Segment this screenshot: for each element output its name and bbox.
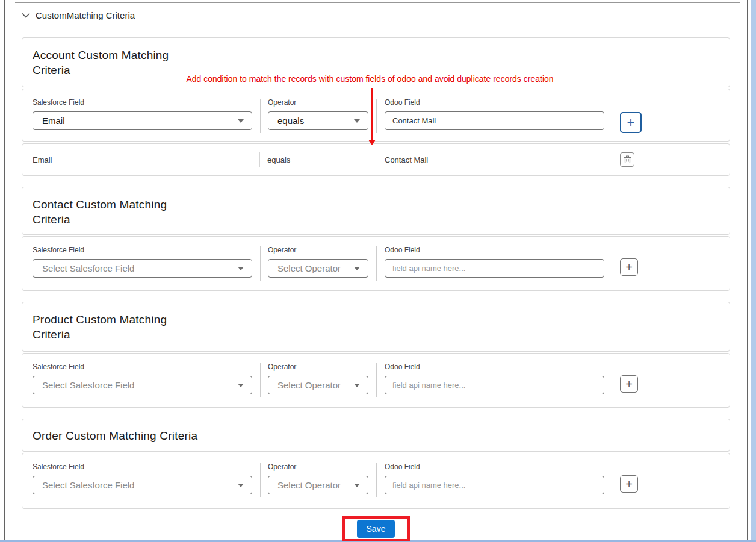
operator-label: Operator [268, 363, 368, 371]
contact-operator-select[interactable]: Select Operator [268, 259, 368, 278]
column-divider [260, 99, 261, 133]
odoo-field-label: Odoo Field [385, 98, 604, 107]
save-area: Save [22, 516, 730, 541]
product-criteria-row: Salesforce Field Select Salesforce Field… [22, 353, 730, 408]
order-matching-section: Order Custom Matching Criteria Salesforc… [22, 419, 730, 509]
product-operator-select[interactable]: Select Operator [268, 376, 368, 394]
salesforce-field-label: Salesforce Field [33, 98, 252, 107]
page-left-border [4, 0, 5, 542]
contact-odoo-field-input[interactable] [385, 259, 604, 278]
section-header-title: CustomMatching Criteria [36, 10, 135, 20]
column-divider [376, 363, 377, 397]
account-matching-section: Account Custom Matching Criteria Add con… [22, 37, 730, 176]
operator-label: Operator [268, 98, 368, 107]
account-odoo-field-input[interactable] [385, 111, 604, 130]
product-salesforce-field-select[interactable]: Select Salesforce Field [33, 376, 252, 394]
column-divider [376, 246, 377, 281]
column-divider [260, 246, 261, 281]
chevron-down-icon [22, 13, 30, 18]
salesforce-field-label: Salesforce Field [33, 463, 252, 471]
operator-label: Operator [268, 246, 368, 254]
page-right-border [747, 0, 748, 542]
product-add-criteria-button[interactable]: + [620, 375, 638, 393]
odoo-field-label: Odoo Field [385, 246, 604, 254]
custom-matching-section-toggle[interactable]: CustomMatching Criteria [22, 9, 730, 21]
chevron-down-icon [354, 267, 360, 270]
account-salesforce-field-select[interactable]: Email [33, 111, 252, 130]
product-odoo-field-input[interactable] [385, 376, 604, 394]
column-divider [377, 152, 377, 167]
vertical-scrollbar[interactable] [751, 0, 756, 542]
account-saved-criteria-row: Email equals Contact Mail [22, 143, 730, 176]
contact-matching-section: Contact Custom Matching Criteria Salesfo… [22, 187, 730, 291]
product-section-title: Product Custom Matching Criteria [33, 312, 719, 342]
contact-title-card: Contact Custom Matching Criteria [22, 187, 730, 235]
chevron-down-icon [354, 119, 360, 123]
annotation-text: Add condition to match the records with … [22, 74, 717, 84]
account-add-criteria-button[interactable]: + [620, 112, 642, 133]
product-matching-section: Product Custom Matching Criteria Salesfo… [22, 302, 730, 408]
contact-add-criteria-button[interactable]: + [620, 258, 638, 276]
save-highlight-annotation: Save [342, 516, 410, 541]
odoo-field-label: Odoo Field [385, 363, 604, 371]
column-divider [260, 463, 261, 497]
trash-icon [624, 155, 631, 164]
product-title-card: Product Custom Matching Criteria [22, 302, 730, 352]
column-divider [376, 463, 377, 497]
saved-salesforce-field: Email [33, 155, 259, 164]
account-criteria-row: Salesforce Field Email Operator equals O… [22, 89, 730, 142]
order-add-criteria-button[interactable]: + [620, 475, 638, 493]
order-odoo-field-input[interactable] [385, 476, 604, 494]
saved-operator: equals [267, 155, 377, 164]
order-section-title: Order Custom Matching Criteria [33, 428, 719, 443]
chevron-down-icon [238, 384, 244, 387]
chevron-down-icon [238, 119, 244, 123]
settings-content: CustomMatching Criteria Account Custom M… [22, 0, 730, 541]
account-title-card: Account Custom Matching Criteria Add con… [22, 37, 730, 87]
saved-odoo-field: Contact Mail [385, 155, 604, 164]
account-operator-select[interactable]: equals [268, 111, 368, 130]
account-section-title: Account Custom Matching Criteria [33, 48, 719, 78]
odoo-field-label: Odoo Field [385, 463, 604, 471]
column-divider [260, 363, 261, 397]
salesforce-field-label: Salesforce Field [33, 363, 252, 371]
order-criteria-row: Salesforce Field Select Salesforce Field… [22, 453, 730, 509]
contact-salesforce-field-select[interactable]: Select Salesforce Field [33, 259, 252, 278]
contact-criteria-row: Salesforce Field Select Salesforce Field… [22, 236, 730, 291]
delete-criteria-button[interactable] [620, 152, 634, 167]
chevron-down-icon [238, 484, 244, 487]
save-button[interactable]: Save [357, 520, 395, 538]
order-salesforce-field-select[interactable]: Select Salesforce Field [33, 476, 252, 494]
salesforce-field-label: Salesforce Field [33, 246, 252, 254]
chevron-down-icon [354, 384, 360, 387]
chevron-down-icon [238, 267, 244, 270]
column-divider [259, 152, 260, 167]
order-title-card: Order Custom Matching Criteria [22, 419, 730, 452]
chevron-down-icon [354, 484, 360, 487]
order-operator-select[interactable]: Select Operator [268, 476, 368, 494]
operator-label: Operator [268, 463, 368, 471]
contact-section-title: Contact Custom Matching Criteria [33, 197, 719, 227]
column-divider [376, 99, 377, 133]
